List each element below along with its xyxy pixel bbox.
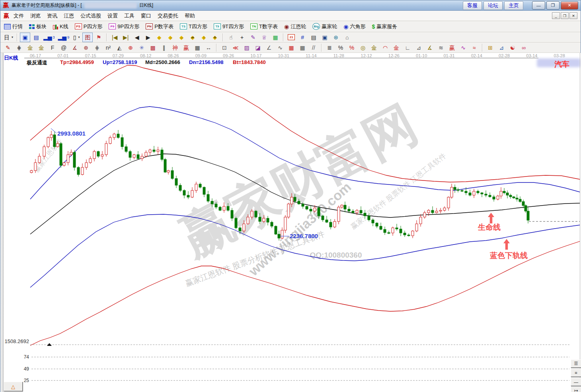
chart-canvas[interactable]: 2993.08012236.7800生命线蓝色下轨线1508.269274492…	[0, 53, 581, 392]
theme-button[interactable]: ♕	[259, 33, 269, 42]
gold-ratio-button[interactable]: 金	[25, 43, 35, 52]
customer-service-button[interactable]: 客服	[463, 1, 482, 10]
speed-fan-button[interactable]: ≪	[230, 43, 241, 52]
annotate-button[interactable]: ✎	[248, 33, 258, 42]
pattern-window-button[interactable]: 图	[82, 33, 93, 42]
dense-grid-button[interactable]: ▦	[192, 43, 203, 52]
band-tool-button[interactable]: ∿	[458, 43, 468, 52]
menu-trade[interactable]: 交易委托	[154, 11, 181, 21]
candle-style-dropdown[interactable]: ▯▾	[71, 33, 82, 42]
menu-news[interactable]: 资讯	[44, 11, 60, 21]
nine-chart-button[interactable]: ▂▅9	[57, 33, 71, 42]
next-page-button[interactable]: ▶	[143, 33, 153, 42]
p-table-button[interactable]: PNP数字表	[144, 22, 175, 31]
parallel-button[interactable]: //	[308, 43, 319, 52]
window-layout-button[interactable]: ▣	[20, 33, 30, 42]
grid-style-button[interactable]: ▦	[270, 33, 281, 42]
calculator-button[interactable]: #	[297, 33, 308, 42]
prev-page-button[interactable]: ◀	[132, 33, 142, 42]
three-chart-button[interactable]: ▂▅3	[42, 33, 56, 42]
menu-gann[interactable]: 江恩	[60, 11, 77, 21]
percent-levels-button[interactable]: ≣	[324, 43, 335, 52]
expand-x-button[interactable]: ◆↔	[176, 33, 187, 42]
two-pane-button[interactable]: =	[571, 369, 581, 377]
volume-flag-button[interactable]: ⚑	[94, 33, 104, 42]
nine-p-square-button[interactable]: P99P四方形	[107, 22, 140, 31]
shen-tool-button[interactable]: 神	[170, 43, 180, 52]
hexagon-button[interactable]: ◉六角形	[342, 22, 367, 31]
circle-compass-button[interactable]: ⊕	[81, 43, 91, 52]
pen-tool-button[interactable]: ✎	[3, 43, 13, 52]
last-page-button[interactable]: ▶|	[121, 33, 131, 42]
calendar-button[interactable]: 21	[286, 33, 296, 42]
gold-bar-button[interactable]: 金	[369, 43, 379, 52]
close-button[interactable]: ✕	[561, 1, 578, 10]
gold-circle-button[interactable]: ◎	[358, 43, 368, 52]
menu-window[interactable]: 窗口	[138, 11, 154, 21]
radial-lines-button[interactable]: ✳	[136, 43, 147, 52]
menu-stock-picker[interactable]: 公式选股	[77, 11, 104, 21]
taiji-button[interactable]: ☯	[507, 43, 518, 52]
menu-file[interactable]: 文件	[10, 11, 27, 21]
diag-grid-button[interactable]: ▨	[242, 43, 252, 52]
grid-panel-button[interactable]: ⊞	[485, 43, 495, 52]
expand-y-button[interactable]: ◆↕	[199, 33, 209, 42]
nine-t-square-button[interactable]: T99T四方形	[213, 22, 245, 31]
fib-f-button[interactable]: F	[47, 43, 58, 52]
kline-button[interactable]: K线	[52, 22, 70, 31]
gann-wheel-button[interactable]: ◉江恩轮	[283, 22, 307, 31]
pan-right-button[interactable]: ◆→	[165, 33, 175, 42]
mdi-restore-button[interactable]: ❐	[561, 12, 569, 19]
notes-button[interactable]: ▤	[308, 33, 319, 42]
download-button[interactable]: ⊛	[331, 33, 341, 42]
gann-box-button[interactable]: ▩	[148, 43, 158, 52]
black-grid-button[interactable]: ▦	[297, 43, 308, 52]
speed-line-button[interactable]: ≋	[436, 43, 446, 52]
menu-help[interactable]: 帮助	[181, 11, 198, 21]
measure-button[interactable]: ∥	[159, 43, 169, 52]
compress-x-button[interactable]: ◆⇄	[187, 33, 198, 42]
maximize-button[interactable]: ❐	[546, 1, 560, 10]
angle-j-button[interactable]: ∟	[402, 43, 413, 52]
t-table-button[interactable]: TNT数字表	[249, 22, 279, 31]
quotes-button[interactable]: 行情	[3, 22, 24, 31]
percent-button[interactable]: %	[335, 43, 346, 52]
save-button[interactable]: ▣	[320, 33, 330, 42]
win-tool-button[interactable]: 赢	[181, 43, 191, 52]
trend-line-button[interactable]: ∠	[264, 43, 274, 52]
menu-settings[interactable]: 设置	[104, 11, 121, 21]
win-box-button[interactable]: 赢	[447, 43, 457, 52]
menu-browse[interactable]: 浏览	[27, 11, 44, 21]
menu-tools[interactable]: 工具	[121, 11, 138, 21]
info-panel-button[interactable]: ▤	[31, 33, 41, 42]
width-measure-button[interactable]: ↔	[203, 43, 214, 52]
infinity-button[interactable]: ∞	[519, 43, 529, 52]
percent-zone-button[interactable]: %	[347, 43, 357, 52]
forum-button[interactable]: 论坛	[484, 1, 503, 10]
compress-y-button[interactable]: ◆✣	[210, 33, 220, 42]
minimize-button[interactable]: —	[532, 1, 545, 10]
angle-f-button[interactable]: ⊿	[413, 43, 424, 52]
pan-left-button[interactable]: ◆←	[154, 33, 164, 42]
cycle-comb-button[interactable]: ⋕	[92, 43, 102, 52]
mirror-button[interactable]: ◭	[114, 43, 125, 52]
gold-ratio2-button[interactable]: 金	[36, 43, 47, 52]
trade-cart-button[interactable]: ⌂	[342, 33, 352, 42]
red-grid-button[interactable]: ▦	[286, 43, 296, 52]
hand-tool-button[interactable]: ☝	[226, 33, 236, 42]
half-grid-button[interactable]: ◪	[253, 43, 263, 52]
box-range-button[interactable]: ⊡	[219, 43, 230, 52]
n-square-button[interactable]: n²	[103, 43, 113, 52]
zigzag-button[interactable]: ∿	[275, 43, 285, 52]
mdi-minimize-button[interactable]: _	[552, 12, 560, 19]
time-comb-button[interactable]: ⋕	[14, 43, 24, 52]
home-button[interactable]: 主页	[504, 1, 523, 10]
angle-compass-button[interactable]: ∡	[70, 43, 80, 52]
three-pane-button[interactable]: ☰	[571, 359, 581, 368]
splitter-button[interactable]: ↦	[571, 386, 581, 392]
expand-panel-button[interactable]: △	[4, 382, 23, 391]
sectors-button[interactable]: 板块	[28, 22, 48, 31]
p-square-button[interactable]: PSP四方形	[74, 22, 104, 31]
crosshair-button[interactable]: +	[237, 33, 247, 42]
winner-wheel-button[interactable]: Big赢家轮	[311, 22, 338, 31]
